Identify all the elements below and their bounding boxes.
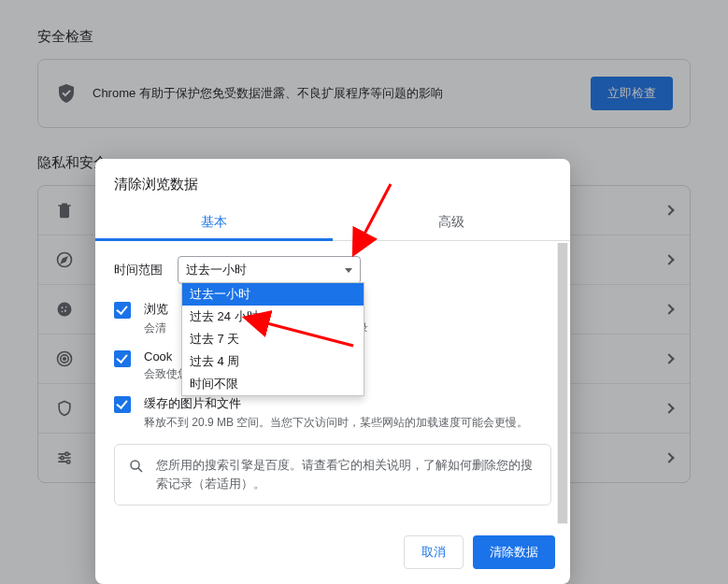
dialog-scrollbar[interactable]	[557, 243, 568, 524]
checkbox-checked-icon[interactable]	[114, 302, 131, 319]
search-engine-info: 您所用的搜索引擎是百度。请查看它的相关说明，了解如何删除您的搜索记录（若适用）。	[114, 444, 551, 506]
time-range-select[interactable]: 过去一小时	[178, 256, 361, 284]
search-icon	[128, 458, 145, 475]
checkbox-checked-icon[interactable]	[114, 396, 131, 413]
clear-item-title: 缓存的图片和文件	[144, 395, 528, 412]
time-range-label: 时间范围	[114, 262, 163, 278]
dialog-title: 清除浏览数据	[95, 159, 570, 205]
clear-item-cache[interactable]: 缓存的图片和文件 释放不到 20.9 MB 空间。当您下次访问时，某些网站的加载…	[114, 395, 551, 431]
dialog-body: 时间范围 过去一小时 浏览 会清 历史记录 Cook 会致使您从大多数网站退出。	[95, 241, 570, 524]
dropdown-option[interactable]: 过去 4 周	[182, 350, 364, 373]
dropdown-option[interactable]: 过去 24 小时	[182, 306, 364, 328]
dialog-tabs: 基本 高级	[95, 205, 570, 241]
time-range-value: 过去一小时	[186, 262, 247, 278]
dropdown-option[interactable]: 过去 7 天	[182, 328, 364, 350]
clear-browsing-data-dialog: 清除浏览数据 基本 高级 时间范围 过去一小时 浏览 会清 历史记录 Cook	[95, 159, 570, 584]
time-range-row: 时间范围 过去一小时	[114, 256, 551, 284]
dropdown-option[interactable]: 时间不限	[182, 373, 364, 395]
caret-down-icon	[345, 268, 352, 273]
clear-data-button[interactable]: 清除数据	[473, 535, 555, 569]
dropdown-option[interactable]: 过去一小时	[182, 283, 364, 306]
checkbox-checked-icon[interactable]	[114, 350, 131, 367]
tab-basic[interactable]: 基本	[95, 205, 333, 240]
time-range-dropdown[interactable]: 过去一小时 过去 24 小时 过去 7 天 过去 4 周 时间不限	[181, 282, 364, 396]
svg-point-12	[131, 461, 139, 469]
scrollbar-thumb[interactable]	[558, 243, 567, 523]
dialog-footer: 取消 清除数据	[95, 524, 570, 584]
search-engine-info-text: 您所用的搜索引擎是百度。请查看它的相关说明，了解如何删除您的搜索记录（若适用）。	[156, 456, 537, 493]
cancel-button[interactable]: 取消	[404, 535, 464, 569]
tab-advanced[interactable]: 高级	[333, 205, 570, 240]
clear-item-sub: 释放不到 20.9 MB 空间。当您下次访问时，某些网站的加载速度可能会更慢。	[144, 414, 528, 431]
